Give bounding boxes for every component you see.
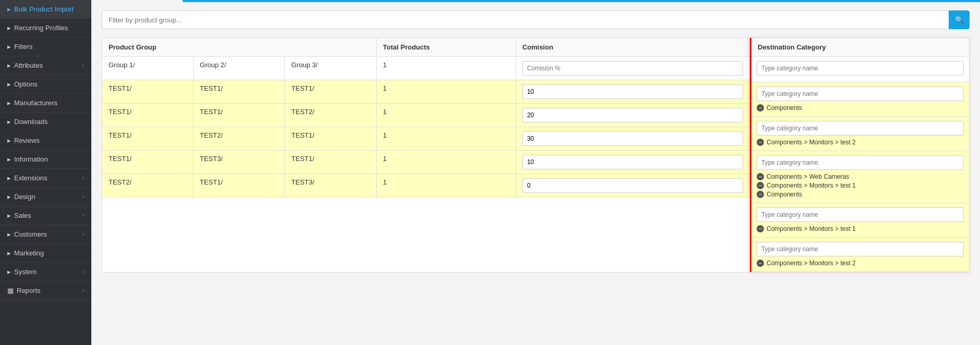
search-button[interactable]: 🔍 <box>949 10 970 29</box>
col-product-group: Product Group <box>102 38 376 57</box>
dest-tag-3-2: −Components <box>757 191 964 198</box>
commission-cell-1 <box>516 80 749 104</box>
dest-tag-label-5-0: Components > Monitors > test 2 <box>767 260 856 267</box>
dest-input-0[interactable] <box>757 61 964 76</box>
sidebar-item-sales[interactable]: ▸Sales› <box>0 206 91 225</box>
sidebar-item-system[interactable]: ▸System› <box>0 263 91 281</box>
group-cell-3-2: TEST1/ <box>285 127 376 151</box>
sidebar-icon-system: ▸ <box>7 268 11 276</box>
commission-input-3[interactable] <box>522 131 743 146</box>
remove-tag-button-5-0[interactable]: − <box>757 260 764 267</box>
group-cell-4-2: TEST1/ <box>285 151 376 174</box>
sidebar-arrow-attributes: › <box>82 63 84 68</box>
search-input[interactable] <box>102 10 949 29</box>
col-commission: Comision <box>516 38 749 57</box>
sidebar-label-extensions: Extensions <box>14 174 47 182</box>
sidebar-label-recurring-profiles: Recurring Profiles <box>14 24 68 32</box>
sidebar-icon-extensions: ▸ <box>7 174 11 182</box>
sidebar-icon-bulk-product-import: ▸ <box>7 5 11 13</box>
group-cell-3-1: TEST2/ <box>193 127 284 151</box>
sidebar-label-attributes: Attributes <box>14 61 43 69</box>
dest-input-5[interactable] <box>757 242 964 256</box>
sidebar-item-design[interactable]: ▸Design› <box>0 188 91 206</box>
commission-input-0[interactable] <box>522 61 743 76</box>
col-total-products: Total Products <box>376 38 516 57</box>
commission-cell-4 <box>516 151 749 174</box>
dest-tag-label-1-0: Components <box>767 104 802 112</box>
dest-tags-list-4: −Components > Monitors > test 1 <box>757 224 964 233</box>
sidebar-item-attributes[interactable]: ▸Attributes› <box>0 56 91 75</box>
sidebar-item-filters[interactable]: ▸Filters <box>0 38 91 56</box>
remove-tag-button-3-1[interactable]: − <box>757 182 764 189</box>
remove-tag-button-3-2[interactable]: − <box>757 191 764 198</box>
sidebar: ▸Bulk Product Import▸Recurring Profiles▸… <box>0 0 91 345</box>
sidebar-label-manufacturers: Manufacturers <box>14 99 57 107</box>
dest-input-2[interactable] <box>757 121 964 135</box>
commission-input-4[interactable] <box>522 155 743 169</box>
dest-input-1[interactable] <box>757 87 964 101</box>
sidebar-item-extensions[interactable]: ▸Extensions› <box>0 169 91 188</box>
product-group-table: Product Group Total Products Comision Gr… <box>102 38 750 198</box>
dest-row-2: −Components > Monitors > test 2 <box>751 117 969 151</box>
total-cell-4: 1 <box>376 151 516 174</box>
sidebar-item-customers[interactable]: ▸Customers› <box>0 225 91 244</box>
sidebar-item-options[interactable]: ▸Options <box>0 75 91 94</box>
group-cell-2-2: TEST2/ <box>285 104 376 127</box>
remove-tag-button-2-0[interactable]: − <box>757 139 764 146</box>
table-row: TEST1/TEST1/TEST1/1 <box>102 80 750 104</box>
commission-input-2[interactable] <box>522 108 743 122</box>
sidebar-icon-information: ▸ <box>7 155 11 163</box>
sidebar-item-marketing[interactable]: ▸Marketing <box>0 244 91 263</box>
sidebar-icon-attributes: ▸ <box>7 61 11 69</box>
dest-input-4[interactable] <box>757 207 964 222</box>
sidebar-item-reviews[interactable]: ▸Reviews <box>0 131 91 150</box>
dest-tag-label-3-0: Components > Web Cameras <box>767 173 849 180</box>
sidebar-label-downloads: Downloads <box>14 118 47 126</box>
dest-row-1: −Components <box>751 82 969 117</box>
sidebar-icon-recurring-profiles: ▸ <box>7 24 11 32</box>
group-cell-1-1: TEST1/ <box>193 80 284 104</box>
sidebar-icon-filters: ▸ <box>7 43 11 51</box>
table-row: TEST1/TEST2/TEST1/1 <box>102 127 750 151</box>
group-cell-5-2: TEST3/ <box>285 174 376 198</box>
sidebar-label-customers: Customers <box>14 230 47 238</box>
dest-tag-4-0: −Components > Monitors > test 1 <box>757 225 964 232</box>
group-cell-2-1: TEST1/ <box>193 104 284 127</box>
sidebar-icon-options: ▸ <box>7 80 11 88</box>
dest-input-3[interactable] <box>757 155 964 170</box>
total-cell-0: 1 <box>376 57 516 80</box>
remove-tag-button-4-0[interactable]: − <box>757 225 764 232</box>
commission-input-5[interactable] <box>522 178 743 193</box>
sidebar-icon-marketing: ▸ <box>7 249 11 257</box>
group-cell-4-0: TEST1/ <box>102 151 193 174</box>
remove-tag-button-1-0[interactable]: − <box>757 104 764 112</box>
sidebar-item-recurring-profiles[interactable]: ▸Recurring Profiles <box>0 19 91 38</box>
sidebar-item-bulk-product-import[interactable]: ▸Bulk Product Import <box>0 0 91 19</box>
dest-tag-label-2-0: Components > Monitors > test 2 <box>767 139 856 146</box>
group-cell-1-0: TEST1/ <box>102 80 193 104</box>
dest-tag-1-0: −Components <box>757 104 964 112</box>
commission-cell-0 <box>516 57 749 80</box>
total-cell-1: 1 <box>376 80 516 104</box>
dest-tag-3-0: −Components > Web Cameras <box>757 173 964 180</box>
sidebar-icon-reviews: ▸ <box>7 137 11 144</box>
total-cell-5: 1 <box>376 174 516 198</box>
sidebar-item-downloads[interactable]: ▸Downloads <box>0 113 91 131</box>
dest-tags-list-2: −Components > Monitors > test 2 <box>757 138 964 146</box>
commission-input-1[interactable] <box>522 84 743 99</box>
total-cell-2: 1 <box>376 104 516 127</box>
sidebar-label-filters: Filters <box>14 43 32 51</box>
sidebar-item-manufacturers[interactable]: ▸Manufacturers <box>0 94 91 113</box>
sidebar-icon-reports: ▦ <box>7 287 14 294</box>
dest-category-header: Destination Category <box>751 38 969 57</box>
main-content: 🔍 Product Group Total Products Comision … <box>91 0 980 345</box>
destination-category-panel: Destination Category −Components−Compone… <box>750 38 969 272</box>
commission-cell-3 <box>516 127 749 151</box>
sidebar-arrow-system: › <box>82 269 84 275</box>
remove-tag-button-3-0[interactable]: − <box>757 173 764 180</box>
sidebar-item-reports[interactable]: ▦Reports› <box>0 281 91 300</box>
group-cell-4-1: TEST3/ <box>193 151 284 174</box>
sidebar-icon-sales: ▸ <box>7 212 11 219</box>
sidebar-icon-downloads: ▸ <box>7 118 11 126</box>
sidebar-item-information[interactable]: ▸Information <box>0 150 91 169</box>
